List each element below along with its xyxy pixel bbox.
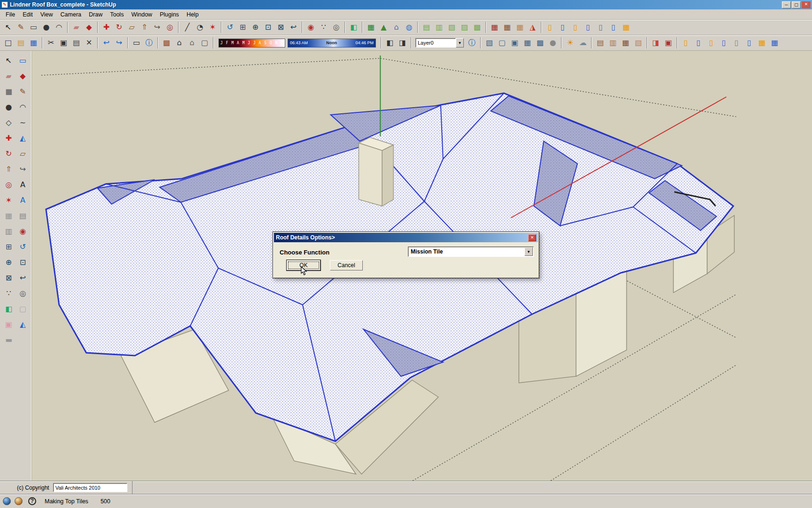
sb-eraser-tool-icon[interactable]: ▰ [2,70,16,82]
texture-flip-icon[interactable]: ◮ [526,21,539,34]
copy-icon[interactable]: ▣ [57,37,70,49]
material-b-icon[interactable]: ▥ [607,37,619,49]
monochrome-style-icon[interactable]: ● [547,37,559,49]
menu-draw[interactable]: Draw [85,10,106,19]
zoom-tool-icon[interactable]: ⊕ [249,21,262,34]
chevron-down-icon[interactable]: ▼ [524,247,533,256]
material-c-icon[interactable]: ▦ [619,37,632,49]
menu-camera[interactable]: Camera [57,10,85,19]
sb-arc-tool-icon[interactable]: ◠ [16,101,30,113]
close-button[interactable]: ✕ [802,1,811,8]
sb-axes-tool-icon[interactable]: ✶ [2,194,16,206]
sb-gray-bar-icon[interactable]: ▬ [2,334,16,346]
previous-view-tool-icon[interactable]: ↩ [287,21,300,34]
section-plane-tool-icon[interactable]: ◧ [347,21,360,34]
menu-edit[interactable]: Edit [19,10,37,19]
material-brown-icon[interactable]: ▦ [501,21,514,34]
sb-polygon-tool-icon[interactable]: ◇ [2,117,16,129]
sb-flip-tool-icon[interactable]: ◭ [16,132,30,144]
sb-zoom-tool-icon[interactable]: ⊕ [2,256,16,269]
push-pull-tool-icon[interactable]: ⇑ [138,21,151,34]
sb-3d-text-tool-icon[interactable]: A [16,194,30,206]
sb-section-plane-icon[interactable]: ◧ [2,303,16,315]
sb-scale-tool-icon[interactable]: ▱ [16,148,30,160]
credits-icon[interactable] [15,497,23,505]
cut-icon[interactable]: ✂ [45,37,57,49]
sb-pink-box-icon[interactable]: ▣ [2,318,16,331]
menu-window[interactable]: Window [127,10,156,19]
paint-bucket-tool-icon[interactable]: ◆ [83,21,95,34]
pan-tool-icon[interactable]: ⊞ [236,21,249,34]
new-file-icon[interactable]: □ [2,37,15,49]
menu-tools[interactable]: Tools [106,10,127,19]
save-file-icon[interactable]: ▦ [27,37,40,49]
offset-tool-icon[interactable]: ◎ [164,21,176,34]
undo-icon[interactable]: ↩ [100,37,113,49]
fog-toggle-icon[interactable]: ☁ [577,37,589,49]
sb-previous-view-icon[interactable]: ↩ [16,272,30,284]
menu-view[interactable]: View [37,10,57,19]
shed-icon[interactable]: ⌂ [186,37,198,49]
xray-style-icon[interactable]: ▧ [483,37,496,49]
material-a-icon[interactable]: ▤ [594,37,607,49]
title-bar[interactable]: ✎ Lindner Roof Box_complete - SketchUp ─… [0,0,812,9]
style-select-icon[interactable]: ▣ [662,37,675,49]
sb-array-stack-icon[interactable]: ▥ [2,225,16,238]
sb-move-tool-icon[interactable]: ✚ [2,132,16,144]
hidden-line-style-icon[interactable]: ▣ [508,37,521,49]
zoom-extents-tool-icon[interactable]: ⊠ [274,21,287,34]
walk-tool-icon[interactable]: ∵ [317,21,330,34]
arc-tool-icon[interactable]: ◠ [53,21,65,34]
window-pane-d-icon[interactable]: ▯ [718,37,730,49]
shadows-toggle-icon[interactable]: ☀ [564,37,577,49]
section-cut-icon[interactable]: ◨ [396,37,409,49]
pane-right-icon[interactable]: ▯ [569,21,582,34]
model-info-icon[interactable]: ⓘ [143,37,156,49]
google-earth-icon[interactable]: ◍ [403,21,415,34]
drape-icon[interactable]: ▩ [471,21,484,34]
follow-me-tool-icon[interactable]: ↪ [151,21,164,34]
maximize-button[interactable]: ▢ [792,1,801,8]
sb-rotate-tool-icon[interactable]: ↻ [2,148,16,160]
axes-tool-icon[interactable]: ✶ [206,21,219,34]
redo-icon[interactable]: ↪ [113,37,125,49]
print-icon[interactable]: ▭ [130,37,143,49]
delete-icon[interactable]: ✕ [83,37,95,49]
pane-grid-icon[interactable]: ▦ [620,21,632,34]
material-red-icon[interactable]: ▦ [488,21,501,34]
sb-zoom-extents-icon[interactable]: ⊠ [2,272,16,284]
shadow-months-bar[interactable]: J F M A M J J A S O N D [219,39,285,48]
make-component-icon[interactable]: ▩ [160,37,173,49]
sb-freehand-tool-icon[interactable]: ~ [16,117,30,129]
window-pane-c-icon[interactable]: ▯ [705,37,718,49]
help-icon[interactable]: ? [28,497,36,505]
rotate-tool-icon[interactable]: ↻ [113,21,125,34]
paste-icon[interactable]: ▤ [70,37,83,49]
sb-follow-me-tool-icon[interactable]: ↪ [16,163,30,175]
sb-make-component-icon[interactable]: ▭ [16,55,30,67]
open-file-icon[interactable]: ▤ [15,37,27,49]
sb-look-around-icon[interactable]: ◎ [16,287,30,300]
sb-pan-tool-icon[interactable]: ⊞ [2,241,16,253]
window-pane-a-icon[interactable]: ▯ [679,37,692,49]
pane-quad-icon[interactable]: ▯ [594,21,607,34]
sandbox-from-scratch-icon[interactable]: ▥ [433,21,445,34]
line-tool-icon[interactable]: ✎ [15,21,27,34]
layer-dropdown-value[interactable]: Layer0 [415,38,456,48]
sb-select-tool-icon[interactable]: ↖ [2,55,16,67]
shadow-time-slider[interactable]: 06:43 AM Noon 04:46 PM [288,39,376,48]
rectangle-tool-icon[interactable]: ▭ [27,21,40,34]
sb-circle-tool-icon[interactable]: ● [2,101,16,113]
sb-offset-tool-icon[interactable]: ◎ [2,179,16,191]
layer-info-icon[interactable]: ⓘ [466,37,478,49]
textured-style-icon[interactable]: ▩ [534,37,547,49]
look-around-tool-icon[interactable]: ◎ [330,21,343,34]
sb-mirror-icon[interactable]: ◭ [16,318,30,331]
stamp-icon[interactable]: ▨ [458,21,471,34]
sb-white-box-icon[interactable]: ▢ [16,303,30,315]
layer-dropdown[interactable]: Layer0 ▼ [415,38,464,48]
window-pane-e-icon[interactable]: ▯ [730,37,743,49]
sb-orbit-tool-icon[interactable]: ↺ [16,241,30,253]
circle-tool-icon[interactable]: ● [40,21,53,34]
scale-tool-icon[interactable]: ▱ [125,21,138,34]
